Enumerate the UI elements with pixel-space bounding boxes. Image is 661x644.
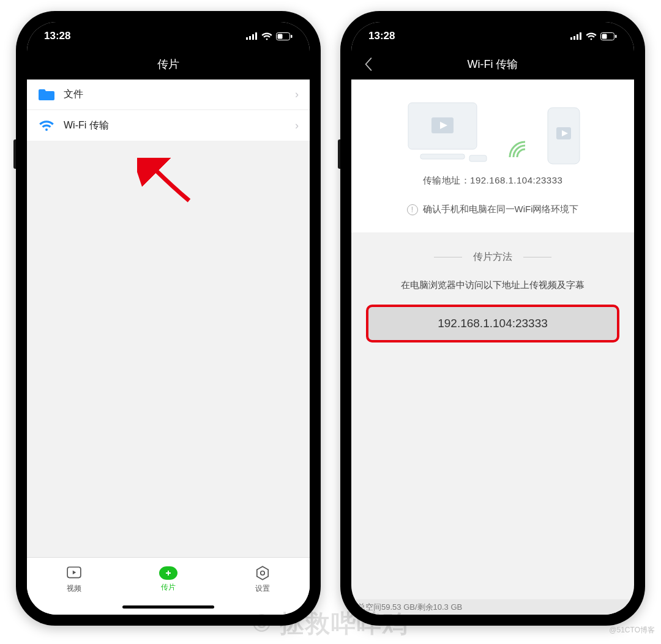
address-box-text: 192.168.1.104:23333 bbox=[438, 317, 548, 330]
page-title: 传片 bbox=[157, 57, 179, 72]
tab-label: 设置 bbox=[255, 583, 270, 594]
transfer-illustration bbox=[357, 93, 628, 166]
tab-label: 视频 bbox=[67, 583, 81, 594]
gear-icon bbox=[255, 565, 271, 581]
method-title-text: 传片方法 bbox=[473, 251, 512, 264]
transfer-method-section: 传片方法 在电脑浏览器中访问以下地址上传视频及字幕 192.168.1.104:… bbox=[351, 232, 634, 342]
status-icons bbox=[570, 32, 617, 40]
address-value: 192.168.1.104:23333 bbox=[470, 175, 562, 185]
wifi-notice: ! 确认手机和电脑在同一WiFi网络环境下 bbox=[357, 204, 628, 215]
battery-icon bbox=[600, 32, 617, 40]
wifi-icon bbox=[261, 32, 272, 40]
signal-icon bbox=[246, 32, 258, 40]
svg-rect-19 bbox=[420, 154, 465, 159]
navbar: Wi-Fi 传输 bbox=[351, 49, 634, 80]
home-indicator[interactable] bbox=[122, 605, 214, 609]
status-time: 13:28 bbox=[44, 30, 70, 42]
svg-rect-15 bbox=[602, 34, 607, 39]
list-item-label: Wi-Fi 传输 bbox=[64, 119, 295, 132]
notch bbox=[101, 22, 236, 42]
page-title: Wi-Fi 传输 bbox=[468, 57, 518, 72]
svg-rect-0 bbox=[246, 37, 248, 40]
svg-rect-1 bbox=[249, 36, 251, 40]
monitor-icon bbox=[402, 99, 494, 166]
svg-rect-20 bbox=[469, 155, 487, 161]
notch bbox=[425, 22, 560, 42]
navbar: 传片 bbox=[27, 49, 310, 80]
tab-transfer[interactable]: 传片 bbox=[121, 558, 215, 601]
menu-list: 文件 › Wi-Fi 传输 › bbox=[27, 80, 310, 141]
svg-marker-8 bbox=[257, 566, 268, 580]
svg-rect-2 bbox=[252, 34, 254, 40]
svg-rect-12 bbox=[577, 34, 578, 40]
list-item-wifi-transfer[interactable]: Wi-Fi 传输 › bbox=[27, 110, 310, 141]
folder-icon bbox=[38, 86, 55, 103]
svg-point-9 bbox=[261, 571, 265, 576]
chevron-right-icon: › bbox=[295, 88, 299, 101]
wifi-icon bbox=[586, 32, 597, 40]
cloud-icon bbox=[159, 566, 177, 580]
phone-right: 13:28 Wi-Fi 传输 bbox=[340, 11, 645, 626]
list-item-label: 文件 bbox=[64, 88, 295, 101]
info-icon: ! bbox=[407, 204, 418, 215]
tab-video[interactable]: 视频 bbox=[27, 558, 121, 601]
svg-rect-10 bbox=[570, 37, 572, 40]
svg-rect-16 bbox=[615, 35, 617, 38]
status-icons bbox=[246, 32, 293, 40]
transfer-address: 传输地址：192.168.1.104:23333 bbox=[357, 175, 628, 187]
status-time: 13:28 bbox=[368, 30, 395, 42]
svg-rect-6 bbox=[291, 35, 293, 38]
notice-text: 确认手机和电脑在同一WiFi网络环境下 bbox=[423, 204, 579, 215]
svg-rect-5 bbox=[278, 34, 283, 39]
list-item-files[interactable]: 文件 › bbox=[27, 80, 310, 110]
method-description: 在电脑浏览器中访问以下地址上传视频及字幕 bbox=[366, 279, 619, 291]
method-title: 传片方法 bbox=[366, 251, 619, 264]
arrow-annotation bbox=[137, 158, 198, 207]
svg-rect-13 bbox=[580, 32, 581, 40]
svg-rect-3 bbox=[255, 32, 257, 40]
wifi-transfer-panel: 传输地址：192.168.1.104:23333 ! 确认手机和电脑在同一WiF… bbox=[351, 80, 634, 232]
back-button[interactable] bbox=[360, 56, 377, 73]
wifi-waves-icon bbox=[504, 136, 534, 166]
tab-label: 传片 bbox=[161, 582, 176, 593]
phone-icon bbox=[544, 105, 583, 166]
signal-icon bbox=[570, 32, 582, 40]
svg-rect-11 bbox=[573, 36, 575, 40]
phone-left: 13:28 传片 文件 › bbox=[16, 11, 321, 626]
address-box[interactable]: 192.168.1.104:23333 bbox=[366, 305, 619, 342]
watermark-small: @51CTO博客 bbox=[609, 625, 655, 635]
tab-settings[interactable]: 设置 bbox=[215, 558, 310, 601]
battery-icon bbox=[276, 32, 293, 40]
chevron-right-icon: › bbox=[295, 119, 299, 132]
chevron-left-icon bbox=[364, 57, 373, 71]
play-icon bbox=[66, 565, 82, 581]
wifi-icon bbox=[38, 117, 55, 134]
address-label: 传输地址： bbox=[423, 175, 471, 185]
watermark: © 拯救哔哔鸡 bbox=[253, 607, 409, 640]
